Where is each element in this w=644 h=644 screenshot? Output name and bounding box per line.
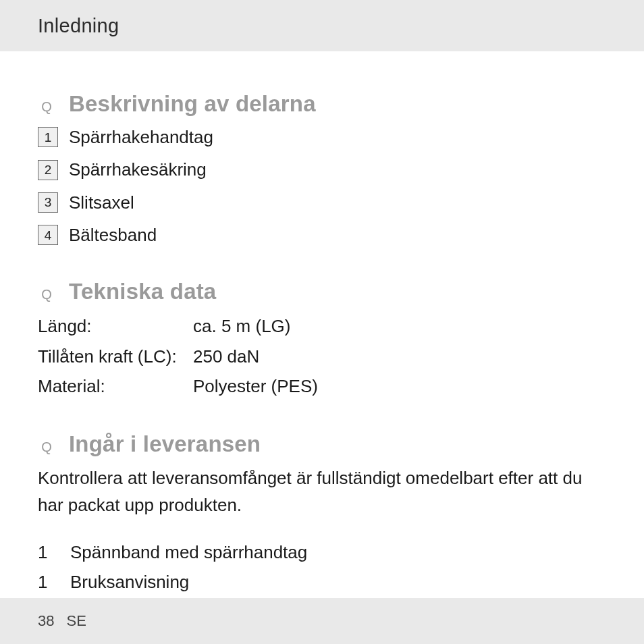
list-item: 3 Slitsaxel (38, 189, 606, 216)
section-tech: Q Tekniska data Längd: ca. 5 m (LG) Till… (38, 274, 606, 401)
contents-qty: 1 (38, 537, 70, 567)
table-row: Material: Polyester (PES) (38, 371, 318, 401)
part-number-box: 3 (38, 192, 58, 213)
tech-value: 250 daN (193, 342, 318, 371)
section-heading: Q Beskrivning av delarna (38, 86, 606, 121)
section-title: Ingår i leveransen (69, 427, 261, 461)
page-header: Inledning (0, 0, 644, 51)
tech-label: Längd: (38, 311, 193, 341)
list-item: 4 Bältesband (38, 221, 606, 248)
contents-name: Bruksanvisning (70, 567, 307, 597)
part-label: Spärrhakesäkring (69, 156, 207, 183)
contents-name: Spännband med spärrhandtag (70, 537, 307, 567)
section-contents: Q Ingår i leveransen Kontrollera att lev… (38, 427, 606, 597)
tech-label: Material: (38, 371, 193, 401)
tech-data-table: Längd: ca. 5 m (LG) Tillåten kraft (LC):… (38, 311, 318, 401)
contents-paragraph: Kontrollera att leveransomfånget är full… (38, 464, 606, 519)
tech-value: ca. 5 m (LG) (193, 311, 318, 341)
list-item: 2 Spärrhakesäkring (38, 156, 606, 183)
part-number-box: 1 (38, 127, 58, 147)
page-content: Q Beskrivning av delarna 1 Spärrhakehand… (0, 51, 644, 597)
page-lang: SE (66, 612, 86, 630)
part-label: Slitsaxel (69, 189, 134, 216)
manual-page: Inledning Q Beskrivning av delarna 1 Spä… (0, 0, 644, 644)
contents-qty: 1 (38, 567, 70, 597)
part-number-box: 2 (38, 160, 58, 180)
contents-list: 1 Spännband med spärrhandtag 1 Bruksanvi… (38, 537, 307, 597)
list-item: 1 Spännband med spärrhandtag (38, 537, 307, 567)
section-parts: Q Beskrivning av delarna 1 Spärrhakehand… (38, 86, 606, 248)
page-footer: 38 SE (0, 598, 644, 644)
list-item: 1 Spärrhakehandtag (38, 124, 606, 151)
part-label: Spärrhakehandtag (69, 124, 213, 151)
table-row: Längd: ca. 5 m (LG) (38, 311, 318, 341)
section-title: Tekniska data (69, 274, 216, 308)
section-title: Beskrivning av delarna (69, 86, 316, 121)
list-item: 1 Bruksanvisning (38, 567, 307, 597)
parts-list: 1 Spärrhakehandtag 2 Spärrhakesäkring 3 … (38, 124, 606, 248)
tech-label: Tillåten kraft (LC): (38, 342, 193, 371)
tech-value: Polyester (PES) (193, 371, 318, 401)
table-row: Tillåten kraft (LC): 250 daN (38, 342, 318, 371)
section-heading: Q Ingår i leveransen (38, 427, 606, 461)
page-number: 38 (38, 612, 54, 630)
bullet-icon: Q (38, 284, 55, 305)
bullet-icon: Q (38, 437, 55, 458)
bullet-icon: Q (38, 97, 55, 117)
part-number-box: 4 (38, 225, 58, 245)
page-header-title: Inledning (38, 15, 119, 37)
section-heading: Q Tekniska data (38, 274, 606, 308)
part-label: Bältesband (69, 221, 157, 248)
